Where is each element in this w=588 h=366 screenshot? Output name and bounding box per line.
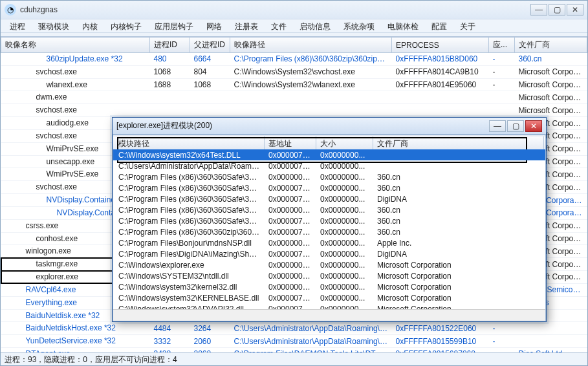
- process-icon: [23, 106, 34, 115]
- dialog-minimize-button[interactable]: —: [489, 120, 506, 132]
- client-area: 映像名称 进程ID 父进程ID 映像路径 EPROCESS 应... 文件厂商 …: [1, 37, 587, 352]
- module-row[interactable]: C:\Users\Administrator\AppData\Roaming..…: [113, 160, 545, 171]
- process-row[interactable]: 360zipUpdate.exe *324806664C:\Program Fi…: [1, 53, 587, 66]
- menubar: 进程驱动模块内核内核钩子应用层钩子网络注册表文件启动信息系统杂项电脑体检配置关于: [1, 19, 587, 33]
- col-name: 映像名称: [1, 38, 150, 53]
- process-icon: [23, 273, 34, 282]
- process-icon: [13, 337, 23, 346]
- menu-item[interactable]: 关于: [453, 19, 482, 32]
- process-icon: [23, 132, 34, 141]
- process-icon: [13, 311, 23, 320]
- menu-item[interactable]: 配置: [425, 19, 453, 32]
- close-button[interactable]: ✕: [567, 4, 583, 16]
- process-row[interactable]: YunDetectService.exe *3233322060C:\Users…: [1, 335, 587, 348]
- module-row[interactable]: C:\Program Files (x86)\360\360Safe\3766.…: [113, 215, 545, 226]
- dialog-title: [explorer.exe]进程模块(200): [116, 120, 489, 131]
- menu-item[interactable]: 内核: [76, 19, 104, 32]
- app-icon: ◔: [5, 4, 16, 16]
- process-icon: [13, 247, 23, 256]
- process-icon: [34, 145, 44, 154]
- process-icon: [23, 234, 34, 243]
- dialog-hscrollbar[interactable]: [113, 309, 545, 321]
- process-row[interactable]: BaiduNetdiskHost.exe *3244843264C:\Users…: [1, 322, 587, 335]
- process-icon: [23, 183, 34, 192]
- menu-item[interactable]: 文件: [265, 19, 293, 32]
- maximize-button[interactable]: ▢: [549, 4, 565, 16]
- module-row[interactable]: C:\Program Files (x86)\360\360Safe\3766.…: [113, 204, 545, 215]
- module-row[interactable]: C:\Windows\explorer.exe0x0000000...0x000…: [113, 259, 545, 270]
- process-icon: [13, 350, 23, 352]
- process-icon: [23, 93, 34, 102]
- menu-item[interactable]: 注册表: [228, 19, 265, 32]
- titlebar[interactable]: ◔ cduhzgnas — ▢ ✕: [1, 1, 587, 19]
- module-row[interactable]: C:\Windows\system32\ADVAPI32.dll0x000007…: [113, 303, 545, 309]
- process-row[interactable]: DTAgent.exe34282060C:\Program Files\DAEM…: [1, 348, 587, 352]
- process-row[interactable]: svchost.exe1068804C:\Windows\System32\sv…: [1, 65, 587, 78]
- col-vendor: 文件厂商: [515, 38, 587, 53]
- modules-rows[interactable]: C:\Windows\system32\x64Test.DLL0x000007F…: [113, 149, 545, 309]
- minimize-button[interactable]: —: [530, 4, 547, 16]
- status-bar: 进程：93，隐藏进程：0，应用层不可访问进程：4: [1, 352, 587, 365]
- menu-item[interactable]: 系统杂项: [337, 19, 381, 32]
- menu-item[interactable]: 内核钩子: [104, 19, 148, 32]
- menu-item[interactable]: 驱动模块: [32, 19, 76, 32]
- process-icon: [13, 324, 23, 333]
- menu-item[interactable]: 启动信息: [293, 19, 337, 32]
- modules-dialog[interactable]: [explorer.exe]进程模块(200) — ▢ ✕ 模块路径 基地址 大…: [112, 117, 547, 322]
- process-table-header[interactable]: 映像名称 进程ID 父进程ID 映像路径 EPROCESS 应... 文件厂商: [1, 38, 587, 53]
- process-icon: [34, 80, 44, 89]
- module-row[interactable]: C:\Program Files\Bonjour\mdnsNSP.dll0x00…: [113, 237, 545, 248]
- col-ppid: 父进程ID: [190, 38, 230, 53]
- process-icon: [34, 196, 44, 205]
- col-eprocess: EPROCESS: [392, 38, 489, 53]
- process-row[interactable]: dwm.exeMicrosoft Corporation: [1, 91, 587, 104]
- module-row[interactable]: C:\Program Files (x86)\360\360zip\360Zip…: [113, 226, 545, 237]
- process-icon: [23, 260, 34, 269]
- module-row[interactable]: C:\Windows\system32\kernel32.dll0x000000…: [113, 281, 545, 292]
- module-row[interactable]: C:\Windows\SYSTEM32\ntdll.dll0x0000000..…: [113, 270, 545, 281]
- process-icon: [34, 55, 44, 64]
- module-row[interactable]: C:\Program Files\DigiDNA\iMazing\ShellEx…: [113, 248, 545, 259]
- process-icon: [34, 170, 44, 179]
- process-icon: [23, 68, 34, 77]
- module-row[interactable]: C:\Windows\system32\KERNELBASE.dll0x0000…: [113, 292, 545, 303]
- menu-item[interactable]: 应用层钩子: [148, 19, 200, 32]
- menu-item[interactable]: 网络: [200, 19, 228, 32]
- process-icon: [34, 119, 44, 128]
- module-row[interactable]: C:\Program Files (x86)\360\360Safe\3766.…: [113, 193, 545, 204]
- col-pid: 进程ID: [150, 38, 190, 53]
- process-icon: [13, 222, 23, 231]
- dialog-close-button[interactable]: ✕: [525, 120, 542, 132]
- process-icon: [13, 286, 23, 295]
- col-path: 映像路径: [230, 38, 392, 53]
- process-row[interactable]: wlanext.exe16881068C:\Windows\System32\w…: [1, 78, 587, 91]
- main-window: ◔ cduhzgnas — ▢ ✕ 进程驱动模块内核内核钩子应用层钩子网络注册表…: [0, 0, 588, 366]
- col-app: 应...: [489, 38, 515, 53]
- process-icon: [13, 299, 23, 308]
- module-row[interactable]: C:\Program Files (x86)\360\360Safe\3766.…: [113, 182, 545, 193]
- module-row[interactable]: C:\Windows\system32\x64Test.DLL0x000007F…: [113, 149, 545, 160]
- window-title: cduhzgnas: [20, 5, 530, 14]
- process-row[interactable]: svchost.exeMicrosoft Corporation: [1, 104, 587, 117]
- process-icon: [44, 209, 54, 218]
- dialog-body: 模块路径 基地址 大小 文件厂商 C:\Windows\system32\x64…: [113, 135, 546, 321]
- dialog-titlebar[interactable]: [explorer.exe]进程模块(200) — ▢ ✕: [113, 118, 546, 135]
- dialog-maximize-button[interactable]: ▢: [507, 120, 524, 132]
- process-icon: [34, 157, 44, 166]
- module-row[interactable]: C:\Program Files (x86)\360\360Safe\3766.…: [113, 171, 545, 182]
- menu-item[interactable]: 电脑体检: [381, 19, 425, 32]
- menu-item[interactable]: 进程: [3, 19, 32, 32]
